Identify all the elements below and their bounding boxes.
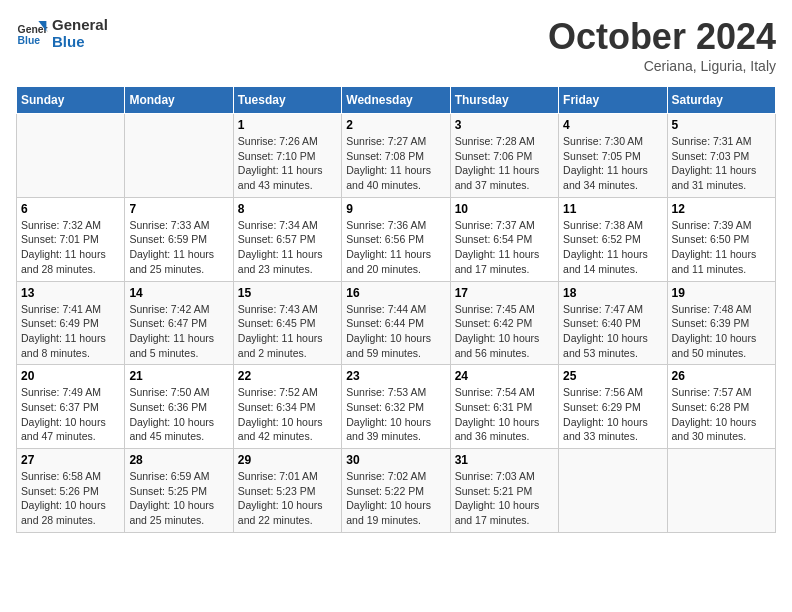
calendar-cell <box>559 449 667 533</box>
calendar-cell: 1Sunrise: 7:26 AMSunset: 7:10 PMDaylight… <box>233 114 341 198</box>
day-info: Sunrise: 7:02 AMSunset: 5:22 PMDaylight:… <box>346 469 445 528</box>
calendar-cell: 22Sunrise: 7:52 AMSunset: 6:34 PMDayligh… <box>233 365 341 449</box>
day-info: Sunrise: 7:34 AMSunset: 6:57 PMDaylight:… <box>238 218 337 277</box>
calendar-cell: 28Sunrise: 6:59 AMSunset: 5:25 PMDayligh… <box>125 449 233 533</box>
week-row-3: 13Sunrise: 7:41 AMSunset: 6:49 PMDayligh… <box>17 281 776 365</box>
logo: General Blue General Blue <box>16 16 108 50</box>
day-number: 19 <box>672 286 771 300</box>
calendar-cell: 21Sunrise: 7:50 AMSunset: 6:36 PMDayligh… <box>125 365 233 449</box>
day-number: 10 <box>455 202 554 216</box>
calendar-cell: 3Sunrise: 7:28 AMSunset: 7:06 PMDaylight… <box>450 114 558 198</box>
day-number: 1 <box>238 118 337 132</box>
day-info: Sunrise: 7:53 AMSunset: 6:32 PMDaylight:… <box>346 385 445 444</box>
location: Ceriana, Liguria, Italy <box>548 58 776 74</box>
calendar-cell: 25Sunrise: 7:56 AMSunset: 6:29 PMDayligh… <box>559 365 667 449</box>
day-number: 22 <box>238 369 337 383</box>
day-info: Sunrise: 6:58 AMSunset: 5:26 PMDaylight:… <box>21 469 120 528</box>
day-info: Sunrise: 7:45 AMSunset: 6:42 PMDaylight:… <box>455 302 554 361</box>
day-number: 25 <box>563 369 662 383</box>
day-info: Sunrise: 7:49 AMSunset: 6:37 PMDaylight:… <box>21 385 120 444</box>
logo-icon: General Blue <box>16 17 48 49</box>
calendar-cell: 4Sunrise: 7:30 AMSunset: 7:05 PMDaylight… <box>559 114 667 198</box>
day-number: 27 <box>21 453 120 467</box>
day-info: Sunrise: 7:30 AMSunset: 7:05 PMDaylight:… <box>563 134 662 193</box>
calendar-cell: 24Sunrise: 7:54 AMSunset: 6:31 PMDayligh… <box>450 365 558 449</box>
calendar-cell: 16Sunrise: 7:44 AMSunset: 6:44 PMDayligh… <box>342 281 450 365</box>
day-info: Sunrise: 6:59 AMSunset: 5:25 PMDaylight:… <box>129 469 228 528</box>
day-info: Sunrise: 7:44 AMSunset: 6:44 PMDaylight:… <box>346 302 445 361</box>
day-number: 29 <box>238 453 337 467</box>
day-info: Sunrise: 7:41 AMSunset: 6:49 PMDaylight:… <box>21 302 120 361</box>
calendar-cell: 9Sunrise: 7:36 AMSunset: 6:56 PMDaylight… <box>342 197 450 281</box>
day-number: 21 <box>129 369 228 383</box>
day-number: 4 <box>563 118 662 132</box>
calendar-cell: 29Sunrise: 7:01 AMSunset: 5:23 PMDayligh… <box>233 449 341 533</box>
day-info: Sunrise: 7:36 AMSunset: 6:56 PMDaylight:… <box>346 218 445 277</box>
day-info: Sunrise: 7:57 AMSunset: 6:28 PMDaylight:… <box>672 385 771 444</box>
day-info: Sunrise: 7:48 AMSunset: 6:39 PMDaylight:… <box>672 302 771 361</box>
day-number: 15 <box>238 286 337 300</box>
day-info: Sunrise: 7:28 AMSunset: 7:06 PMDaylight:… <box>455 134 554 193</box>
calendar-cell: 19Sunrise: 7:48 AMSunset: 6:39 PMDayligh… <box>667 281 775 365</box>
day-number: 12 <box>672 202 771 216</box>
calendar-cell: 12Sunrise: 7:39 AMSunset: 6:50 PMDayligh… <box>667 197 775 281</box>
day-number: 18 <box>563 286 662 300</box>
calendar-cell: 17Sunrise: 7:45 AMSunset: 6:42 PMDayligh… <box>450 281 558 365</box>
day-number: 17 <box>455 286 554 300</box>
calendar-cell: 23Sunrise: 7:53 AMSunset: 6:32 PMDayligh… <box>342 365 450 449</box>
day-number: 31 <box>455 453 554 467</box>
day-number: 8 <box>238 202 337 216</box>
column-header-thursday: Thursday <box>450 87 558 114</box>
day-info: Sunrise: 7:27 AMSunset: 7:08 PMDaylight:… <box>346 134 445 193</box>
calendar-cell: 13Sunrise: 7:41 AMSunset: 6:49 PMDayligh… <box>17 281 125 365</box>
calendar-cell: 31Sunrise: 7:03 AMSunset: 5:21 PMDayligh… <box>450 449 558 533</box>
day-info: Sunrise: 7:37 AMSunset: 6:54 PMDaylight:… <box>455 218 554 277</box>
day-number: 23 <box>346 369 445 383</box>
column-header-friday: Friday <box>559 87 667 114</box>
calendar-cell <box>125 114 233 198</box>
day-info: Sunrise: 7:38 AMSunset: 6:52 PMDaylight:… <box>563 218 662 277</box>
calendar-table: SundayMondayTuesdayWednesdayThursdayFrid… <box>16 86 776 533</box>
calendar-cell: 30Sunrise: 7:02 AMSunset: 5:22 PMDayligh… <box>342 449 450 533</box>
day-info: Sunrise: 7:01 AMSunset: 5:23 PMDaylight:… <box>238 469 337 528</box>
day-info: Sunrise: 7:50 AMSunset: 6:36 PMDaylight:… <box>129 385 228 444</box>
week-row-1: 1Sunrise: 7:26 AMSunset: 7:10 PMDaylight… <box>17 114 776 198</box>
calendar-cell: 2Sunrise: 7:27 AMSunset: 7:08 PMDaylight… <box>342 114 450 198</box>
day-info: Sunrise: 7:26 AMSunset: 7:10 PMDaylight:… <box>238 134 337 193</box>
day-number: 26 <box>672 369 771 383</box>
day-info: Sunrise: 7:56 AMSunset: 6:29 PMDaylight:… <box>563 385 662 444</box>
calendar-cell: 6Sunrise: 7:32 AMSunset: 7:01 PMDaylight… <box>17 197 125 281</box>
day-info: Sunrise: 7:43 AMSunset: 6:45 PMDaylight:… <box>238 302 337 361</box>
calendar-cell: 15Sunrise: 7:43 AMSunset: 6:45 PMDayligh… <box>233 281 341 365</box>
calendar-cell: 5Sunrise: 7:31 AMSunset: 7:03 PMDaylight… <box>667 114 775 198</box>
day-number: 7 <box>129 202 228 216</box>
calendar-cell: 8Sunrise: 7:34 AMSunset: 6:57 PMDaylight… <box>233 197 341 281</box>
day-number: 13 <box>21 286 120 300</box>
calendar-cell: 20Sunrise: 7:49 AMSunset: 6:37 PMDayligh… <box>17 365 125 449</box>
day-number: 11 <box>563 202 662 216</box>
day-info: Sunrise: 7:42 AMSunset: 6:47 PMDaylight:… <box>129 302 228 361</box>
month-title: October 2024 <box>548 16 776 58</box>
header-row: SundayMondayTuesdayWednesdayThursdayFrid… <box>17 87 776 114</box>
column-header-wednesday: Wednesday <box>342 87 450 114</box>
day-number: 9 <box>346 202 445 216</box>
column-header-monday: Monday <box>125 87 233 114</box>
day-info: Sunrise: 7:54 AMSunset: 6:31 PMDaylight:… <box>455 385 554 444</box>
day-number: 2 <box>346 118 445 132</box>
calendar-cell: 26Sunrise: 7:57 AMSunset: 6:28 PMDayligh… <box>667 365 775 449</box>
day-info: Sunrise: 7:03 AMSunset: 5:21 PMDaylight:… <box>455 469 554 528</box>
day-info: Sunrise: 7:47 AMSunset: 6:40 PMDaylight:… <box>563 302 662 361</box>
calendar-cell: 27Sunrise: 6:58 AMSunset: 5:26 PMDayligh… <box>17 449 125 533</box>
page-header: General Blue General Blue October 2024 C… <box>16 16 776 74</box>
day-number: 14 <box>129 286 228 300</box>
day-info: Sunrise: 7:32 AMSunset: 7:01 PMDaylight:… <box>21 218 120 277</box>
day-number: 3 <box>455 118 554 132</box>
calendar-cell: 7Sunrise: 7:33 AMSunset: 6:59 PMDaylight… <box>125 197 233 281</box>
calendar-cell <box>17 114 125 198</box>
day-number: 6 <box>21 202 120 216</box>
calendar-cell: 14Sunrise: 7:42 AMSunset: 6:47 PMDayligh… <box>125 281 233 365</box>
column-header-tuesday: Tuesday <box>233 87 341 114</box>
calendar-cell <box>667 449 775 533</box>
day-number: 30 <box>346 453 445 467</box>
day-number: 20 <box>21 369 120 383</box>
